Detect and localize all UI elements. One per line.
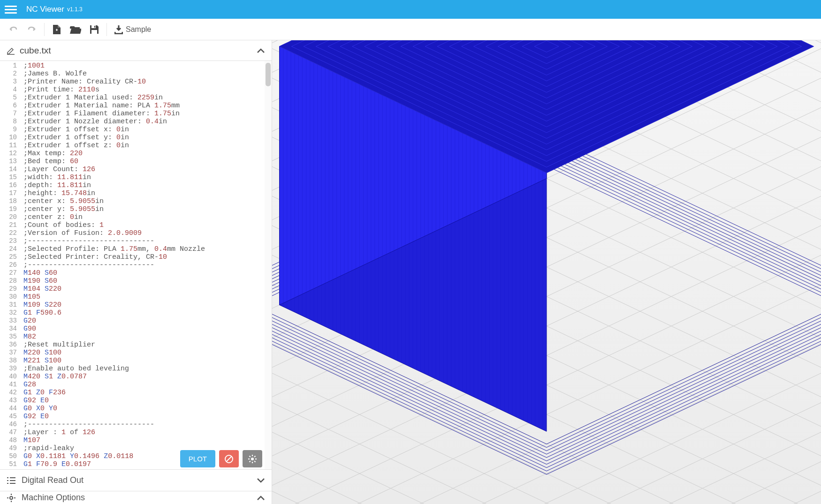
settings-button[interactable] <box>243 450 262 467</box>
list-icon <box>7 477 16 484</box>
chevron-down-icon <box>257 478 265 483</box>
cancel-button[interactable] <box>219 450 239 467</box>
app-title: NC Viewer <box>26 5 64 14</box>
redo-button[interactable] <box>23 20 41 39</box>
dro-label: Digital Read Out <box>22 475 84 485</box>
new-file-button[interactable] <box>47 20 66 39</box>
hamburger-menu-icon[interactable] <box>5 3 17 15</box>
svg-line-13 <box>254 461 255 462</box>
app-version: v1.1.3 <box>67 6 83 13</box>
sample-button[interactable]: Sample <box>110 20 156 39</box>
svg-line-6 <box>227 457 231 461</box>
svg-rect-4 <box>94 26 95 28</box>
undo-button[interactable] <box>4 20 23 39</box>
redo-icon <box>27 25 37 34</box>
svg-line-14 <box>250 461 251 462</box>
download-icon <box>114 25 123 34</box>
file-header[interactable]: cube.txt <box>0 40 272 61</box>
undo-icon <box>8 25 18 34</box>
chevron-up-icon <box>257 495 265 501</box>
gear-icon <box>7 493 16 503</box>
scrollbar[interactable] <box>265 61 272 469</box>
gear-icon <box>248 454 257 464</box>
app-header: NC Viewer v1.1.3 <box>0 0 821 19</box>
machine-label: Machine Options <box>22 493 85 503</box>
edit-icon <box>7 46 15 55</box>
new-file-icon <box>53 24 61 35</box>
save-icon <box>90 25 99 34</box>
chevron-up-icon <box>257 48 265 53</box>
sample-label: Sample <box>126 25 151 34</box>
svg-rect-1 <box>56 29 57 31</box>
viewer-svg <box>272 40 821 504</box>
toolbar: Sample <box>0 19 821 40</box>
open-file-button[interactable] <box>66 20 85 39</box>
cancel-icon <box>224 454 234 464</box>
save-file-button[interactable] <box>85 20 104 39</box>
svg-point-22 <box>10 496 13 499</box>
svg-point-7 <box>251 458 254 460</box>
left-panel: cube.txt 1234567891011121314151617181920… <box>0 40 272 504</box>
machine-panel-header[interactable]: Machine Options <box>0 491 272 504</box>
dro-panel-header[interactable]: Digital Read Out <box>0 469 272 491</box>
svg-rect-3 <box>91 30 97 34</box>
folder-open-icon <box>70 25 81 34</box>
code-editor[interactable]: 1234567891011121314151617181920212223242… <box>0 61 272 469</box>
plot-button[interactable]: PLOT <box>180 450 215 467</box>
file-name: cube.txt <box>20 45 51 56</box>
svg-line-12 <box>250 456 251 457</box>
svg-line-15 <box>254 456 255 457</box>
scrollbar-thumb[interactable] <box>266 63 271 86</box>
3d-viewer[interactable] <box>272 40 821 504</box>
